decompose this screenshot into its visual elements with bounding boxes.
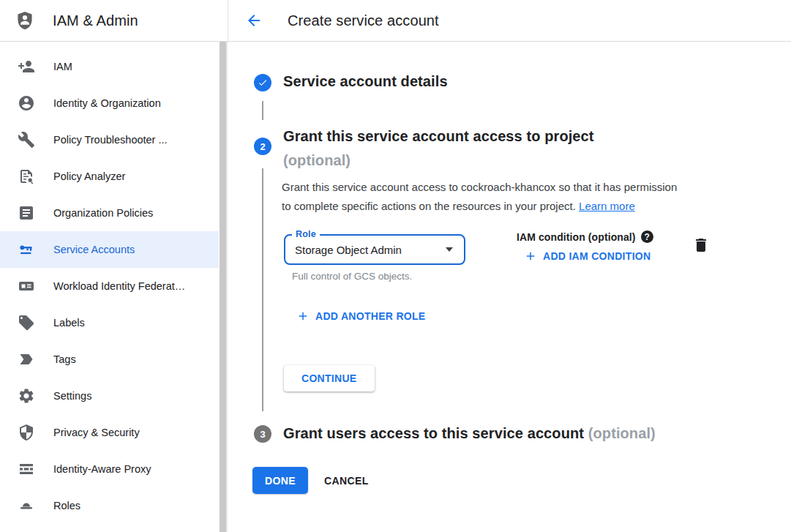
main-content: Service account details 2 Grant this ser… [228,42,791,532]
step3-title: Grant users access to this service accou… [283,425,656,442]
product-title: IAM & Admin [53,12,138,29]
continue-button[interactable]: CONTINUE [284,365,375,391]
app-window: IAM & Admin Create service account IAM I… [0,0,791,532]
page-title: Create service account [288,12,439,29]
sidebar-scrollbar[interactable] [219,42,228,532]
step1-complete-check-icon [254,74,271,91]
sidebar-item-label: Tags [53,353,76,365]
scrollbar-thumb[interactable] [220,42,228,532]
iap-icon [18,460,35,478]
hat-icon [18,497,35,514]
sidebar-item-label: Policy Analyzer [53,171,125,182]
stepper-connector [262,101,263,120]
iam-condition-label: IAM condition (optional) ? [517,231,653,243]
add-iam-condition-button[interactable]: ADD IAM CONDITION [524,250,651,263]
sidebar-item-workload-identity-federation[interactable]: Workload Identity Federat… [0,268,219,304]
account-circle-icon [18,94,35,112]
sidebar-item-label: Roles [53,500,80,512]
sidebar-item-label: Organization Policies [53,207,153,219]
cancel-button[interactable]: CANCEL [324,467,369,494]
sidebar-item-privacy-security[interactable]: Privacy & Security [0,414,219,451]
person-add-icon [18,58,35,75]
step1-title: Service account details [283,73,448,90]
iam-condition-label-text: IAM condition (optional) [517,231,636,243]
shield-icon [18,424,35,441]
service-account-key-icon [18,241,35,258]
learn-more-link[interactable]: Learn more [579,200,635,212]
add-another-role-button[interactable]: ADD ANOTHER ROLE [296,310,426,323]
add-iam-condition-label: ADD IAM CONDITION [543,250,651,262]
sidebar-item-label: IAM [53,61,72,72]
label-important-icon [18,351,35,368]
role-helper-text: Full control of GCS objects. [292,271,412,282]
step2-optional-label: (optional) [283,152,350,168]
sidebar-nav: IAM Identity & Organization Policy Troub… [0,42,219,532]
sidebar-item-label: Labels [53,317,85,329]
sidebar-item-iam[interactable]: IAM [0,48,219,85]
chevron-down-icon [446,247,453,252]
step3-number: 3 [260,429,265,440]
done-button[interactable]: DONE [252,467,308,494]
page-header: Create service account [228,0,791,41]
sidebar-item-policy-troubleshooter[interactable]: Policy Troubleshooter ... [0,121,219,158]
role-selected-value: Storage Object Admin [295,236,402,263]
sidebar-item-label: Workload Identity Federat… [53,280,185,292]
sidebar-item-policy-analyzer[interactable]: Policy Analyzer [0,158,219,195]
sidebar-item-roles[interactable]: Roles [0,487,219,524]
product-header: IAM & Admin [0,0,228,41]
description-line2: to complete specific actions on the reso… [282,200,576,212]
sidebar-item-label: Settings [53,390,91,402]
sidebar-item-settings[interactable]: Settings [0,378,219,414]
step2-number: 2 [260,141,265,152]
description-line1: Grant this service account access to coc… [282,181,677,193]
step3-title-text: Grant users access to this service accou… [283,425,584,441]
help-icon[interactable]: ? [641,231,653,243]
sidebar-item-label: Service Accounts [53,244,135,255]
top-header: IAM & Admin Create service account [0,0,791,42]
step2-title: Grant this service account access to pro… [283,124,594,173]
tag-icon [18,314,35,331]
document-icon [18,204,35,222]
sidebar-item-organization-policies[interactable]: Organization Policies [0,195,219,231]
step3-circle: 3 [254,425,271,443]
sidebar-item-service-accounts[interactable]: Service Accounts [0,231,219,268]
sidebar-item-identity-organization[interactable]: Identity & Organization [0,85,219,121]
step3-optional-label: (optional) [588,425,656,441]
step2-title-text: Grant this service account access to pro… [283,128,594,144]
stepper-connector [262,168,263,411]
delete-role-trash-icon[interactable] [692,236,710,254]
gear-icon [18,387,35,405]
sidebar-item-identity-aware-proxy[interactable]: Identity-Aware Proxy [0,451,219,487]
step2-description: Grant this service account access to coc… [282,178,677,215]
sidebar-item-label: Privacy & Security [53,427,140,438]
wrench-icon [18,131,35,149]
role-select[interactable]: Role Storage Object Admin [284,234,465,265]
policy-analyzer-icon [18,168,35,185]
plus-icon [296,310,310,323]
plus-icon [524,250,537,263]
sidebar-item-label: Policy Troubleshooter ... [53,134,168,146]
back-arrow-icon[interactable] [245,12,263,29]
sidebar-item-label: Identity-Aware Proxy [53,463,151,475]
step2-circle: 2 [254,138,271,155]
sidebar-item-tags[interactable]: Tags [0,341,219,378]
sidebar-item-labels[interactable]: Labels [0,304,219,341]
add-another-role-label: ADD ANOTHER ROLE [315,310,426,322]
iam-admin-shield-icon [15,10,35,31]
badge-icon [18,277,35,295]
sidebar-item-label: Identity & Organization [53,97,161,109]
